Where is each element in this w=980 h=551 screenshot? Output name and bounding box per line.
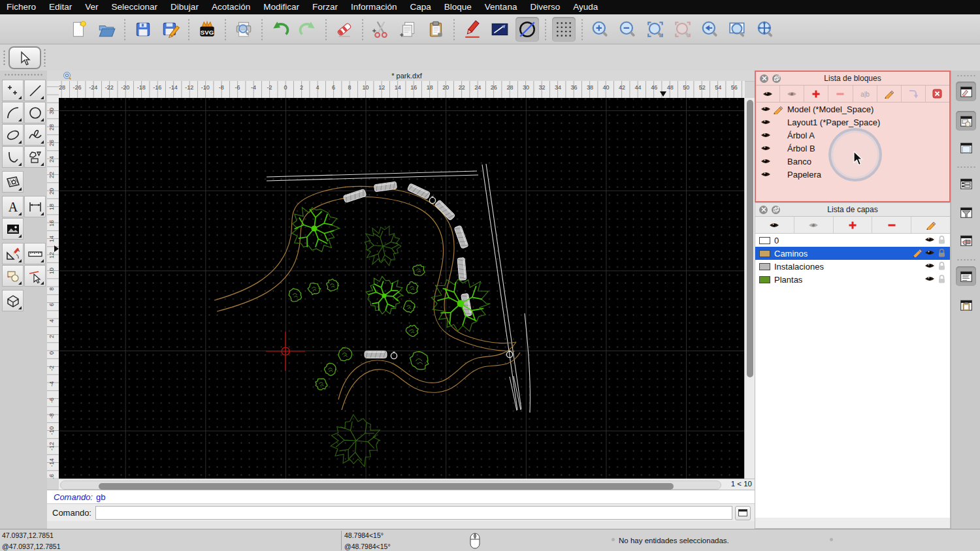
hatch-tool-button[interactable]	[2, 171, 24, 193]
block-visibility-eye-icon[interactable]	[760, 170, 772, 178]
layer-row-instalaciones[interactable]: Instalaciones	[755, 260, 950, 273]
draw-freehand-button[interactable]	[461, 17, 484, 42]
layer-visibility-eye-icon[interactable]	[924, 262, 935, 272]
horizontal-scrollbar-thumb[interactable]	[99, 483, 674, 490]
horizontal-scrollbar-track[interactable]	[60, 480, 721, 490]
section-view-dock-toggle[interactable]	[956, 230, 976, 250]
edit-layer-button[interactable]	[911, 217, 950, 233]
layer-visibility-eye-icon[interactable]	[924, 275, 935, 285]
menu-item-fichero[interactable]: Fichero	[0, 0, 42, 14]
redo-button[interactable]	[296, 17, 319, 42]
dimension-tool-button[interactable]	[24, 196, 46, 217]
points-tool-button[interactable]	[2, 80, 24, 101]
layer-color-swatch[interactable]	[759, 237, 770, 244]
close-icon[interactable]	[760, 74, 768, 83]
layer-color-swatch[interactable]	[759, 276, 770, 283]
hide-all-blocks-button[interactable]	[780, 86, 804, 102]
block-visibility-eye-icon[interactable]	[760, 131, 772, 139]
detach-panel-icon[interactable]	[772, 206, 780, 214]
preview-dock-toggle[interactable]	[956, 138, 976, 157]
delete-entities-button[interactable]	[333, 17, 356, 42]
library-browser-dock-toggle[interactable]	[956, 111, 976, 131]
arc-tool-button[interactable]	[2, 102, 24, 123]
restrict-nothing-button[interactable]	[515, 17, 539, 42]
block-list-item[interactable]: Model (*Model_Space)	[756, 102, 949, 116]
menu-item-dibujar[interactable]: Dibujar	[164, 0, 205, 14]
block-visibility-eye-icon[interactable]	[760, 105, 772, 113]
add-block-button[interactable]	[804, 86, 828, 102]
layer-row-plantas[interactable]: Plantas	[755, 273, 950, 286]
clipboard-dock-toggle[interactable]	[956, 295, 976, 315]
insert-block-button[interactable]	[902, 86, 926, 102]
image-tool-button[interactable]	[2, 218, 24, 240]
remove-layer-button[interactable]	[872, 217, 911, 233]
zoom-selection-button[interactable]	[671, 17, 694, 42]
menu-item-diverso[interactable]: Diverso	[523, 0, 566, 14]
menu-item-ventana[interactable]: Ventana	[478, 0, 524, 14]
drawing-canvas[interactable]	[59, 98, 744, 479]
save-as-button[interactable]	[159, 17, 182, 42]
zoom-pan-button[interactable]	[753, 17, 777, 42]
block-visibility-eye-icon[interactable]	[760, 118, 772, 126]
show-all-layers-button[interactable]	[755, 217, 794, 233]
menu-item-seleccionar[interactable]: Seleccionar	[105, 0, 165, 14]
text-tool-button[interactable]: A	[2, 196, 24, 217]
horizontal-scrollbar[interactable]: 1 < 10	[59, 479, 755, 490]
solid-box-tool-button[interactable]	[2, 290, 24, 311]
new-file-button[interactable]	[67, 17, 91, 42]
rename-block-button[interactable]: a|b	[853, 86, 877, 102]
polyline-tool-button[interactable]	[2, 146, 24, 168]
close-icon[interactable]	[759, 206, 768, 214]
menu-item-forzar[interactable]: Forzar	[306, 0, 344, 14]
layer-color-swatch[interactable]	[759, 250, 770, 257]
hide-all-layers-button[interactable]	[794, 217, 834, 233]
layer-lock-icon[interactable]	[938, 274, 946, 285]
blocks-tool-button[interactable]	[2, 265, 24, 287]
menu-item-capa[interactable]: Capa	[404, 0, 438, 14]
print-preview-button[interactable]	[232, 17, 255, 42]
add-layer-button[interactable]	[834, 217, 873, 233]
line-ortho-button[interactable]	[488, 17, 512, 42]
detach-panel-icon[interactable]	[772, 74, 781, 83]
block-list-item[interactable]: Layout1 (*Paper_Space)	[756, 116, 949, 129]
ellipse-tool-button[interactable]	[2, 124, 24, 146]
open-file-button[interactable]	[95, 17, 118, 42]
undo-button[interactable]	[269, 17, 292, 42]
block-visibility-eye-icon[interactable]	[760, 157, 772, 165]
selection-filter-dock-toggle[interactable]	[956, 202, 976, 222]
menu-item-ver[interactable]: Ver	[78, 0, 105, 14]
show-all-blocks-button[interactable]	[756, 86, 780, 102]
spline-tool-button[interactable]	[24, 124, 46, 146]
vertical-scrollbar[interactable]	[744, 98, 755, 479]
layer-list-dock-toggle[interactable]	[956, 174, 976, 193]
menu-item-información[interactable]: Información	[344, 0, 404, 14]
menu-item-ayuda[interactable]: Ayuda	[566, 0, 604, 14]
zoom-window-button[interactable]	[726, 17, 749, 42]
cut-button[interactable]	[369, 17, 393, 42]
command-input[interactable]	[95, 506, 732, 520]
layer-lock-icon[interactable]	[938, 235, 946, 246]
layer-color-swatch[interactable]	[759, 263, 770, 270]
zoom-out-button[interactable]	[616, 17, 640, 42]
copy-button[interactable]	[397, 17, 420, 42]
paste-button[interactable]	[424, 17, 448, 42]
selection-tool-button[interactable]	[8, 46, 41, 69]
zoom-auto-button[interactable]	[644, 17, 667, 42]
menu-item-bloque[interactable]: Bloque	[438, 0, 478, 14]
shapes-tool-button[interactable]	[24, 146, 46, 168]
save-file-button[interactable]	[131, 17, 155, 42]
layer-lock-icon[interactable]	[938, 261, 946, 272]
block-visibility-eye-icon[interactable]	[760, 144, 772, 152]
delete-block-button[interactable]	[926, 86, 949, 102]
select-tool-button[interactable]	[24, 265, 46, 287]
block-list-dock-toggle[interactable]	[956, 82, 976, 101]
zoom-previous-button[interactable]	[698, 17, 722, 42]
zoom-in-button[interactable]	[589, 17, 612, 42]
layer-visibility-eye-icon[interactable]	[924, 249, 935, 259]
menu-item-modificar[interactable]: Modificar	[257, 0, 306, 14]
line-tool-button[interactable]	[24, 80, 46, 101]
layer-row-caminos[interactable]: Caminos	[755, 247, 950, 260]
measure-tool-button[interactable]	[24, 243, 46, 264]
circle-tool-button[interactable]	[24, 102, 46, 123]
toolbar-drag-handle[interactable]	[43, 48, 46, 67]
